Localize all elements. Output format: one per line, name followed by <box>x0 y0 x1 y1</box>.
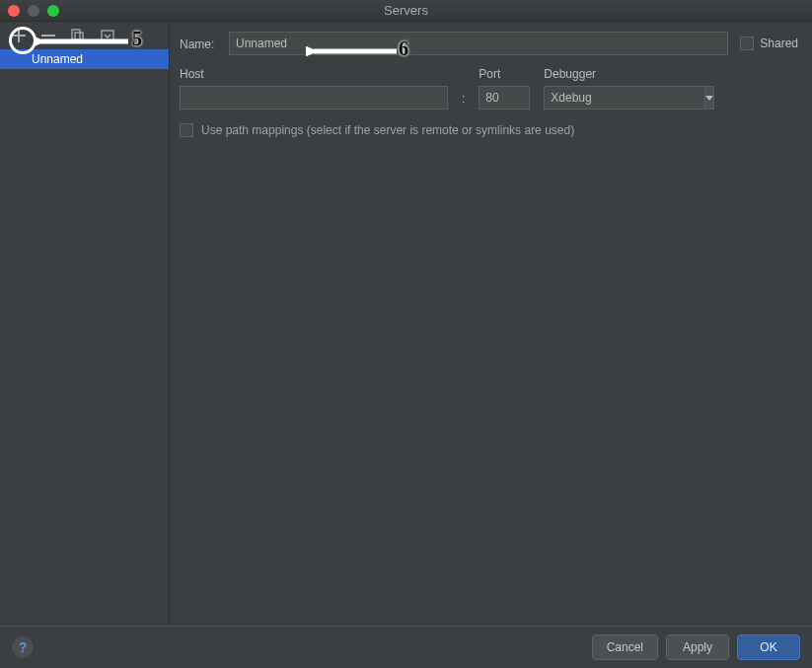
title-bar: Servers <box>0 0 812 22</box>
server-list-item[interactable]: Unnamed <box>0 49 169 69</box>
svg-rect-0 <box>41 35 55 37</box>
path-mappings-label: Use path mappings (select if the server … <box>201 123 574 137</box>
remove-server-button[interactable] <box>39 27 57 44</box>
server-list-toolbar <box>0 22 169 49</box>
debugger-value[interactable] <box>544 86 704 110</box>
port-label: Port <box>479 67 530 81</box>
debugger-select[interactable] <box>544 86 694 110</box>
host-port-separator: : <box>462 92 465 110</box>
server-form-panel: Name: Shared Host : Port Debugger <box>170 22 812 626</box>
add-server-button[interactable] <box>10 27 28 44</box>
svg-rect-1 <box>72 30 80 39</box>
host-label: Host <box>180 67 448 81</box>
window-title: Servers <box>0 3 812 18</box>
port-input[interactable] <box>479 86 530 110</box>
server-list-panel: Unnamed <box>0 22 170 626</box>
dialog-footer: ? Cancel Apply OK <box>0 626 812 667</box>
ok-button[interactable]: OK <box>737 634 800 660</box>
import-server-button[interactable] <box>99 27 116 44</box>
debugger-label: Debugger <box>544 67 694 81</box>
window-minimize-button[interactable] <box>28 5 39 17</box>
shared-label: Shared <box>760 37 798 50</box>
chevron-down-icon[interactable] <box>704 86 714 110</box>
apply-button[interactable]: Apply <box>666 634 729 660</box>
name-label: Name: <box>180 36 229 51</box>
window-maximize-button[interactable] <box>47 5 59 17</box>
cancel-button[interactable]: Cancel <box>592 634 658 660</box>
help-button[interactable]: ? <box>12 636 34 658</box>
checkbox-icon <box>180 123 193 137</box>
svg-rect-3 <box>102 31 113 40</box>
svg-rect-2 <box>75 33 83 41</box>
host-input[interactable] <box>180 86 448 110</box>
path-mappings-checkbox[interactable]: Use path mappings (select if the server … <box>180 123 798 137</box>
copy-server-button[interactable] <box>69 27 87 44</box>
checkbox-icon <box>740 37 754 50</box>
window-close-button[interactable] <box>8 5 20 17</box>
shared-checkbox[interactable]: Shared <box>740 37 798 50</box>
name-input[interactable] <box>229 32 728 55</box>
server-list: Unnamed <box>0 49 169 626</box>
